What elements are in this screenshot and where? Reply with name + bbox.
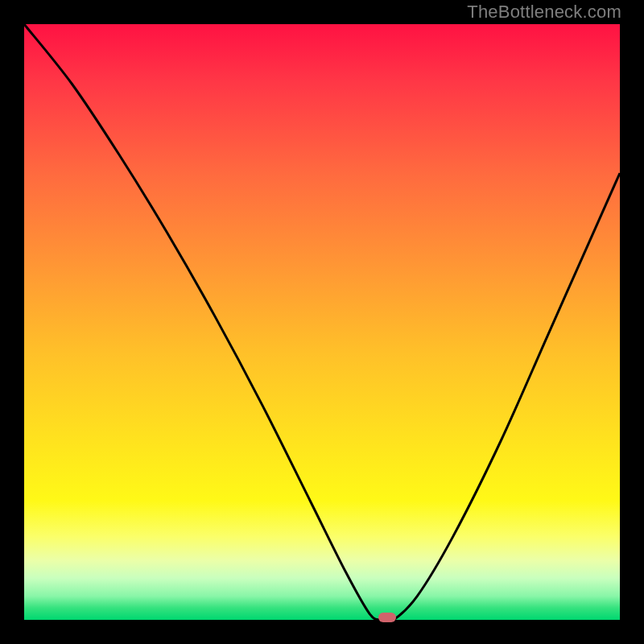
plot-area — [24, 24, 620, 620]
optimum-marker — [378, 613, 396, 622]
bottleneck-curve — [24, 24, 620, 620]
watermark-text: TheBottleneck.com — [467, 2, 621, 23]
curve-svg — [24, 24, 620, 620]
chart-frame: TheBottleneck.com — [0, 0, 644, 644]
